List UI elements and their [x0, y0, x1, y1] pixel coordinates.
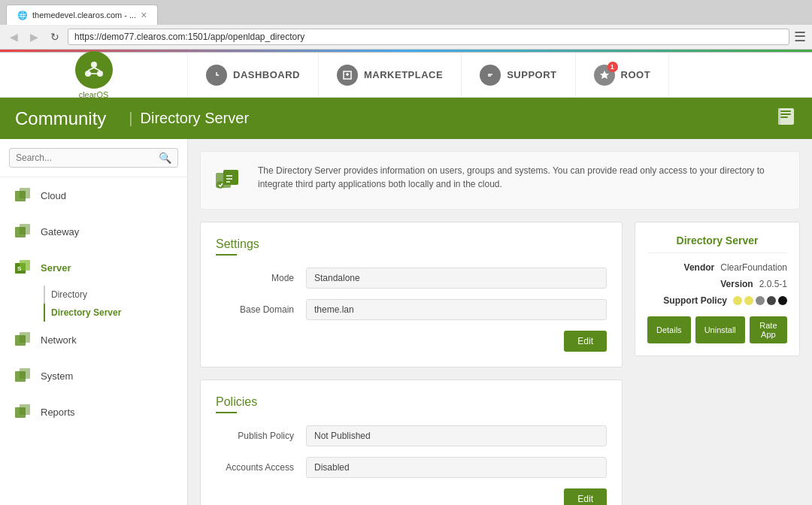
svg-rect-9: [780, 110, 791, 112]
settings-card: Settings Mode Standalone Base Domain the…: [200, 222, 623, 367]
nav-support-label: SUPPORT: [507, 69, 556, 80]
tab-close-btn[interactable]: ×: [141, 9, 147, 21]
search-input[interactable]: [16, 153, 159, 163]
dot-4: [767, 296, 776, 305]
app-actions: Details Uninstall Rate App: [647, 316, 787, 343]
root-icon: 1: [594, 65, 615, 86]
accounts-access-row: Accounts Access Disabled: [216, 457, 607, 478]
server-icon: S: [12, 257, 33, 278]
section-page: Directory Server: [141, 110, 249, 127]
nav-marketplace[interactable]: MARKETPLACE: [319, 53, 462, 97]
top-nav: clearOS DASHBOARD MARKETPLACE SUPPORT: [0, 53, 812, 98]
nav-root[interactable]: 1 ROOT: [576, 53, 670, 97]
uninstall-button[interactable]: Uninstall: [695, 316, 745, 343]
address-bar: ◀ ▶ ↻ ☰: [0, 25, 812, 50]
mode-value: Standalone: [306, 268, 607, 289]
section-community: Community: [15, 108, 121, 129]
svg-text:S: S: [17, 265, 22, 272]
app-container: clearOS DASHBOARD MARKETPLACE SUPPORT: [0, 53, 812, 505]
two-col: Settings Mode Standalone Base Domain the…: [200, 222, 800, 505]
sidebar-sub-directory[interactable]: Directory: [44, 286, 187, 304]
vendor-label: Vendor: [684, 262, 715, 273]
svg-rect-10: [780, 113, 791, 115]
sidebar-item-network[interactable]: Network: [0, 322, 187, 358]
logo-icon: [75, 51, 113, 89]
main-panel: Settings Mode Standalone Base Domain the…: [200, 222, 623, 505]
svg-line-4: [94, 68, 100, 71]
rate-app-button[interactable]: Rate App: [750, 316, 787, 343]
active-tab[interactable]: 🌐 themedevel.clearos.com - ... ×: [6, 5, 158, 25]
system-icon: [12, 365, 33, 386]
svg-rect-7: [486, 71, 495, 79]
publish-policy-label: Publish Policy: [216, 431, 306, 441]
dot-2: [744, 296, 753, 305]
logo-area: clearOS: [0, 53, 188, 97]
nav-items: DASHBOARD MARKETPLACE SUPPORT 1 ROOT: [188, 53, 812, 97]
browser-chrome: 🌐 themedevel.clearos.com - ... × ◀ ▶ ↻ ☰: [0, 0, 812, 53]
svg-point-28: [217, 181, 224, 189]
policies-title-underline: [216, 412, 237, 413]
section-header: Community | Directory Server: [0, 98, 812, 139]
svg-rect-11: [780, 116, 788, 118]
svg-rect-23: [20, 368, 30, 379]
sidebar-reports-label: Reports: [41, 407, 75, 418]
dashboard-icon: [206, 65, 227, 86]
nav-dashboard[interactable]: DASHBOARD: [188, 53, 319, 97]
policies-title: Policies: [216, 395, 607, 409]
policies-edit-button[interactable]: Edit: [564, 488, 607, 505]
sidebar-sub-directory-server-label: Directory Server: [51, 307, 121, 318]
main-layout: 🔍 Cloud Gateway: [0, 139, 812, 505]
version-label: Version: [720, 279, 753, 289]
logo-text: clearOS: [79, 90, 109, 99]
svg-line-3: [88, 68, 94, 71]
nav-marketplace-label: MARKETPLACE: [364, 69, 443, 80]
marketplace-icon: [337, 65, 358, 86]
network-icon: [12, 329, 33, 350]
reload-btn[interactable]: ↻: [47, 29, 63, 44]
info-banner-text: The Directory Server provides informatio…: [258, 164, 787, 191]
settings-title-underline: [216, 254, 237, 256]
progress-bar: [0, 50, 812, 52]
sidebar-server-label: Server: [41, 262, 71, 274]
search-input-wrap: 🔍: [9, 148, 178, 168]
content-area: The Directory Server provides informatio…: [188, 139, 812, 505]
policies-actions: Edit: [216, 488, 607, 505]
search-box: 🔍: [0, 139, 187, 177]
forward-btn[interactable]: ▶: [26, 29, 42, 44]
mode-row: Mode Standalone: [216, 268, 607, 289]
sidebar-item-server[interactable]: S Server: [0, 249, 187, 286]
settings-actions: Edit: [216, 331, 607, 352]
sidebar-sub-directory-server[interactable]: Directory Server: [44, 304, 187, 322]
info-banner-icon: [213, 164, 246, 197]
svg-rect-12: [778, 108, 780, 125]
nav-root-label: ROOT: [621, 69, 651, 80]
sidebar-network-label: Network: [41, 334, 77, 346]
side-panel: Directory Server Vendor ClearFoundation …: [635, 222, 800, 505]
sidebar-item-cloud[interactable]: Cloud: [0, 177, 187, 213]
back-btn[interactable]: ◀: [6, 29, 22, 44]
sidebar-item-gateway[interactable]: Gateway: [0, 213, 187, 249]
info-banner: The Directory Server provides informatio…: [200, 151, 800, 210]
details-button[interactable]: Details: [647, 316, 691, 343]
sidebar-item-system[interactable]: System: [0, 358, 187, 394]
section-divider: |: [129, 110, 132, 127]
url-input[interactable]: [68, 29, 789, 45]
sidebar: 🔍 Cloud Gateway: [0, 139, 188, 505]
cloud-icon: [12, 185, 33, 206]
section-book-icon: [776, 106, 797, 131]
publish-policy-row: Publish Policy Not Published: [216, 425, 607, 446]
support-label: Support Policy: [663, 295, 727, 306]
nav-support[interactable]: SUPPORT: [462, 53, 575, 97]
version-value: 2.0.5-1: [759, 279, 787, 289]
sidebar-item-reports[interactable]: Reports: [0, 394, 187, 430]
search-button[interactable]: 🔍: [159, 152, 171, 164]
base-domain-value: theme.lan: [306, 299, 607, 320]
root-badge: 1: [607, 62, 618, 72]
menu-btn[interactable]: ☰: [794, 29, 806, 45]
settings-title: Settings: [216, 237, 607, 251]
settings-edit-button[interactable]: Edit: [564, 331, 607, 352]
publish-policy-value: Not Published: [306, 425, 607, 446]
sidebar-system-label: System: [41, 370, 73, 382]
base-domain-row: Base Domain theme.lan: [216, 299, 607, 320]
app-info-title: Directory Server: [647, 234, 787, 253]
